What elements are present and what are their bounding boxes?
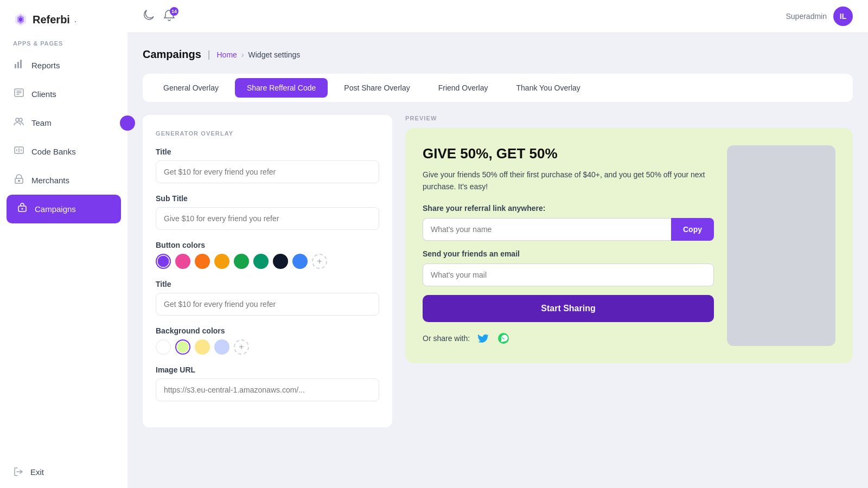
background-colors-group: Background colors + [156, 326, 379, 355]
topbar-username: Superadmin [786, 12, 827, 21]
topbar-right: Superadmin IL [786, 7, 853, 26]
svg-point-19 [22, 208, 23, 210]
bg-swatch-white[interactable] [156, 339, 171, 355]
sidebar: Referbi. APPS & PAGES Reports Clients Te… [0, 0, 127, 488]
image-url-group: Image URL [156, 365, 379, 401]
logo-dot: . [74, 15, 76, 24]
preview-email-label: Send your friends an email [423, 249, 714, 258]
svg-point-10 [16, 118, 19, 121]
svg-point-11 [19, 118, 22, 121]
two-col-layout: GENERATOR OVERLAY Title Sub Title Button… [143, 115, 853, 427]
campaigns-icon [16, 202, 28, 216]
apps-pages-label: APPS & PAGES [0, 36, 127, 51]
svg-rect-4 [17, 62, 19, 68]
subtitle-input[interactable] [156, 207, 379, 230]
preview-name-input[interactable] [423, 218, 671, 241]
preview-card: GIVE 50%, GET 50% Give your friends 50% … [405, 128, 853, 363]
moon-icon[interactable] [143, 9, 155, 24]
title2-label: Title [156, 280, 379, 288]
subtitle-group: Sub Title [156, 194, 379, 230]
svg-rect-5 [20, 60, 22, 68]
preview-start-sharing-button[interactable]: Start Sharing [423, 295, 714, 322]
page-title: Campaings [143, 48, 201, 61]
breadcrumb-divider: | [208, 49, 210, 60]
color-swatch-dark[interactable] [273, 254, 288, 269]
preview-section-label: PREVIEW [405, 115, 853, 121]
preview-email-input[interactable] [423, 264, 714, 286]
main-content: 14 Superadmin IL Campaings | Home › Widg… [127, 0, 868, 488]
breadcrumb-current: Widget settings [248, 50, 301, 59]
color-swatch-emerald[interactable] [253, 254, 269, 269]
svg-rect-17 [18, 180, 20, 182]
image-url-input[interactable] [156, 378, 379, 401]
logo-icon [13, 12, 28, 27]
preview-share-label: Share your referral link anywhere: [423, 204, 714, 213]
sidebar-item-code-banks[interactable]: Code Banks [0, 137, 127, 166]
reports-icon [13, 59, 25, 72]
sidebar-item-clients[interactable]: Clients [0, 80, 127, 108]
tabs-bar: General Overlay Share Refferal Code Post… [143, 74, 853, 102]
background-colors-label: Background colors [156, 326, 379, 335]
notification-icon[interactable]: 14 [163, 9, 175, 24]
preview-card-content: GIVE 50%, GET 50% Give your friends 50% … [423, 145, 714, 346]
preview-card-subtitle: Give your friends 50% off their first pu… [423, 169, 714, 193]
preview-panel: PREVIEW GIVE 50%, GET 50% Give your frie… [405, 115, 853, 427]
generator-section-label: GENERATOR OVERLAY [156, 130, 379, 137]
add-bg-color-button[interactable]: + [234, 339, 249, 355]
sidebar-item-reports[interactable]: Reports [0, 51, 127, 80]
button-color-swatches: + [156, 254, 379, 269]
exit-label: Exit [30, 467, 44, 477]
tab-general-overlay[interactable]: General Overlay [151, 78, 231, 98]
title-group: Title [156, 147, 379, 183]
color-swatch-orange[interactable] [195, 254, 210, 269]
content-area: Campaings | Home › Widget settings Gener… [127, 33, 868, 488]
tab-friend-overlay[interactable]: Friend Overlay [426, 78, 500, 98]
topbar-left: 14 [143, 9, 175, 24]
breadcrumb-home[interactable]: Home [217, 50, 237, 59]
image-url-label: Image URL [156, 365, 379, 374]
breadcrumb: Campaings | Home › Widget settings [143, 48, 853, 61]
tab-share-referral-code[interactable]: Share Refferal Code [235, 78, 328, 98]
sidebar-label-merchants: Merchants [31, 176, 69, 185]
preview-image [727, 145, 835, 346]
sidebar-logo: Referbi. [0, 0, 127, 36]
title-input[interactable] [156, 160, 379, 183]
title-label: Title [156, 147, 379, 156]
color-swatch-blue[interactable] [292, 254, 308, 269]
sidebar-item-merchants[interactable]: Merchants [0, 166, 127, 195]
sidebar-label-team: Team [31, 118, 52, 127]
color-swatch-amber[interactable] [214, 254, 229, 269]
color-swatch-purple[interactable] [156, 254, 171, 269]
sidebar-item-campaigns[interactable]: Campaigns [7, 195, 121, 223]
or-share-with-label: Or share with: [423, 334, 470, 343]
sidebar-label-clients: Clients [31, 89, 56, 99]
color-swatch-pink[interactable] [175, 254, 190, 269]
merchants-icon [13, 174, 25, 187]
tab-post-share-overlay[interactable]: Post Share Overlay [332, 78, 422, 98]
sidebar-label-campaigns: Campaigns [35, 204, 76, 214]
sidebar-label-reports: Reports [31, 61, 60, 70]
background-color-swatches: + [156, 339, 379, 355]
bg-swatch-lavender[interactable] [214, 339, 229, 355]
preview-share-with: Or share with: [423, 331, 714, 346]
exit-button[interactable]: Exit [13, 466, 114, 477]
svg-rect-3 [15, 64, 16, 68]
sidebar-item-team[interactable]: Team [0, 108, 127, 137]
code-banks-icon [13, 145, 25, 158]
sidebar-bottom: Exit [0, 455, 127, 488]
preview-card-title: GIVE 50%, GET 50% [423, 145, 714, 162]
topbar-avatar: IL [833, 7, 853, 26]
twitter-icon[interactable] [475, 331, 490, 346]
sidebar-label-code-banks: Code Banks [31, 147, 76, 156]
add-color-button[interactable]: + [312, 254, 327, 269]
color-swatch-green[interactable] [234, 254, 249, 269]
bg-swatch-lime[interactable] [175, 339, 190, 355]
team-icon [13, 116, 25, 130]
title2-input[interactable] [156, 293, 379, 316]
subtitle-label: Sub Title [156, 194, 379, 203]
button-colors-label: Button colors [156, 241, 379, 249]
preview-copy-button[interactable]: Copy [671, 218, 714, 241]
tab-thank-you-overlay[interactable]: Thank You Overlay [505, 78, 592, 98]
whatsapp-icon[interactable] [496, 331, 511, 346]
bg-swatch-peach[interactable] [195, 339, 210, 355]
